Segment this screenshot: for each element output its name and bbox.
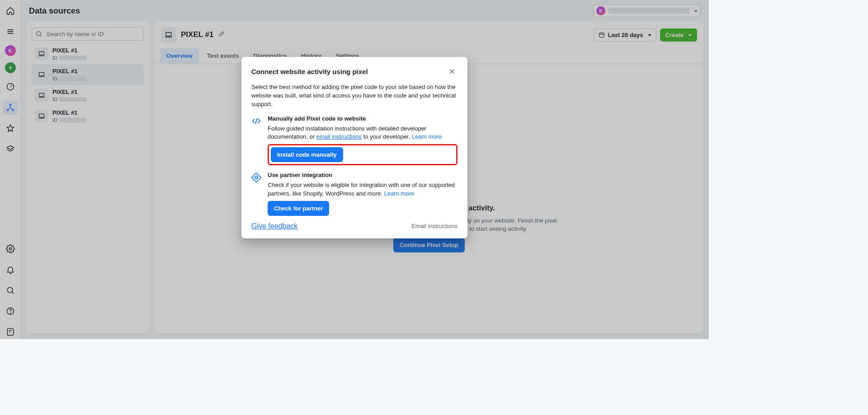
learn-more-link-2[interactable]: Learn more: [384, 190, 414, 197]
modal-title: Connect website activity using pixel: [251, 68, 368, 75]
manual-text-mid: to your developer.: [362, 133, 412, 140]
check-partner-button[interactable]: Check for partner: [268, 201, 329, 216]
svg-rect-45: [255, 176, 258, 179]
code-icon: [251, 115, 262, 166]
close-icon[interactable]: [447, 66, 458, 77]
email-instructions-footer[interactable]: Email instructions: [411, 223, 458, 229]
manual-install-option: Manually add Pixel code to website Follo…: [251, 115, 458, 166]
connect-pixel-modal: Connect website activity using pixel Sel…: [241, 57, 467, 238]
partner-option: Use partner integration Check if your we…: [251, 172, 458, 216]
manual-option-text: Follow guided installation instructions …: [268, 125, 458, 142]
modal-scrim[interactable]: Connect website activity using pixel Sel…: [0, 0, 709, 339]
manual-option-title: Manually add Pixel code to website: [268, 115, 458, 122]
give-feedback-link[interactable]: Give feedback: [251, 222, 297, 230]
partner-option-text: Check if your website is eligible for in…: [268, 181, 458, 198]
modal-footer: Give feedback Email instructions: [251, 222, 458, 230]
svg-rect-44: [252, 173, 261, 182]
email-instructions-link[interactable]: email instructions: [316, 133, 362, 140]
partner-text-pre: Check if your website is eligible for in…: [268, 182, 455, 197]
partner-option-title: Use partner integration: [268, 172, 458, 178]
highlight-box: Install code manually: [268, 144, 458, 165]
partner-icon: [251, 172, 262, 216]
app-root: K Data sources K: [0, 0, 709, 339]
learn-more-link-1[interactable]: Learn more: [412, 133, 442, 140]
svg-line-43: [255, 118, 257, 124]
install-manually-button[interactable]: Install code manually: [271, 147, 343, 162]
modal-subtitle: Select the best method for adding the pi…: [251, 83, 458, 109]
